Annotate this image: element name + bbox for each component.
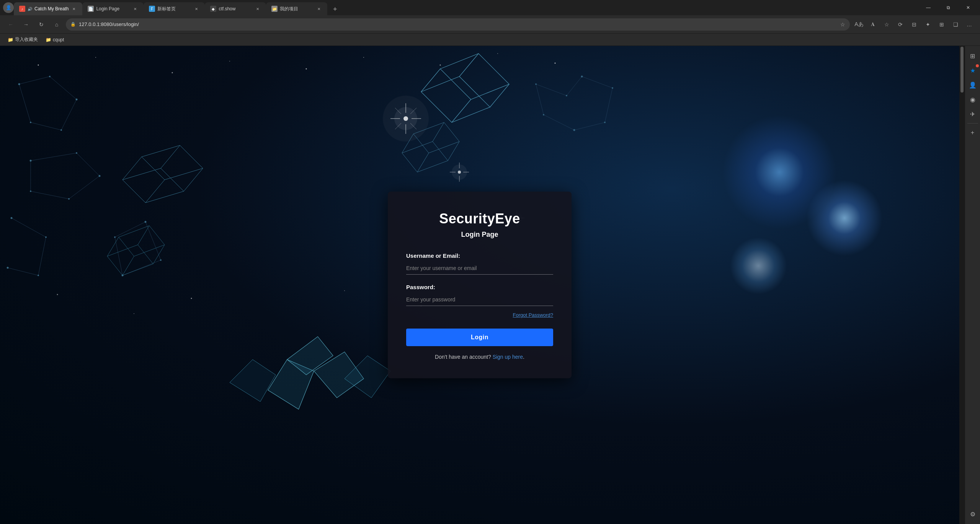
- app-title: SecurityEye: [406, 211, 553, 227]
- maximize-button[interactable]: ⧉: [939, 2, 957, 14]
- login-card: SecurityEye Login Page Username or Email…: [388, 192, 572, 378]
- tabs-container: ♪ 🔊 Catch My Breath ✕ 📄 Login Page ✕ F 新…: [14, 0, 920, 15]
- username-field-group: Username or Email:: [406, 252, 553, 275]
- scrollbar-thumb[interactable]: [960, 47, 964, 93]
- password-input[interactable]: [406, 293, 553, 306]
- favorites-badge: [976, 64, 979, 67]
- tab-close-2[interactable]: ✕: [132, 6, 138, 12]
- more-options-icon[interactable]: …: [963, 18, 975, 31]
- title-bar: 👤 ♪ 🔊 Catch My Breath ✕ 📄 Login Page ✕ F…: [0, 0, 980, 15]
- signup-period: .: [523, 354, 524, 360]
- bookmark-cqupt[interactable]: 📁 cqupt: [42, 36, 67, 44]
- star-icon[interactable]: ☆: [840, 21, 845, 28]
- reload-button[interactable]: ↻: [35, 18, 47, 31]
- add-sidebar-icon[interactable]: +: [966, 126, 980, 140]
- tab-close-1[interactable]: ✕: [71, 6, 77, 12]
- signup-link[interactable]: Sign up here: [493, 354, 523, 360]
- tab-catch-my-breath[interactable]: ♪ 🔊 Catch My Breath ✕: [14, 2, 82, 15]
- password-label: Password:: [406, 284, 553, 290]
- tab-ctf-show[interactable]: ◆ ctf.show ✕: [205, 2, 266, 15]
- tab-close-3[interactable]: ✕: [193, 6, 199, 12]
- bookmark-cqupt-label: cqupt: [53, 37, 64, 42]
- translate-icon[interactable]: Aあ: [853, 18, 865, 31]
- favorites-sidebar-icon[interactable]: ★: [966, 63, 980, 77]
- settings-sidebar-icon[interactable]: ⚙: [966, 507, 980, 521]
- collections-sidebar-icon[interactable]: ⊞: [966, 49, 980, 63]
- signup-text: Don't have an account? Sign up here.: [406, 354, 553, 360]
- teams-sidebar-icon[interactable]: ✈: [966, 107, 980, 121]
- collections-icon[interactable]: ⊞: [936, 18, 948, 31]
- browser-ai-icon[interactable]: ✦: [922, 18, 934, 31]
- profile-sidebar-icon[interactable]: 👤: [966, 78, 980, 92]
- lock-icon: 🔒: [70, 22, 76, 27]
- username-input[interactable]: [406, 262, 553, 275]
- bookmarks-bar: 📁 导入收藏夹 📁 cqupt: [0, 34, 980, 46]
- refresh-icon[interactable]: ⟳: [894, 18, 906, 31]
- tab-label-3: 新标签页: [157, 6, 191, 12]
- signup-static-text: Don't have an account?: [435, 354, 491, 360]
- tab-favicon-5: 📁: [271, 6, 278, 12]
- close-window-button[interactable]: ✕: [959, 2, 977, 14]
- home-button[interactable]: ⌂: [51, 18, 63, 31]
- tab-favicon-2: 📄: [88, 6, 94, 12]
- tab-label-5: 我的项目: [280, 6, 314, 12]
- folder-icon: 📁: [8, 37, 13, 42]
- tab-login-page[interactable]: 📄 Login Page ✕: [82, 2, 144, 15]
- split-view-icon[interactable]: ⊟: [908, 18, 920, 31]
- tab-label-1: Catch My Breath: [34, 6, 69, 11]
- sidebar-right: ⊞ ★ 👤 ◉ ✈ + ⚙: [965, 46, 980, 524]
- address-bar: ← → ↻ ⌂ 🔒 127.0.0.1:8080/users/login/ ☆ …: [0, 15, 980, 34]
- tab-favicon-1: ♪: [19, 6, 25, 12]
- address-text: 127.0.0.1:8080/users/login/: [79, 21, 837, 27]
- profile-avatar[interactable]: 👤: [3, 2, 14, 13]
- bookmark-import-label: 导入收藏夹: [15, 36, 38, 43]
- sidebar-divider: [967, 123, 978, 124]
- tab-close-4[interactable]: ✕: [255, 6, 261, 12]
- tab-favicon-3: F: [149, 6, 155, 12]
- username-label: Username or Email:: [406, 252, 553, 259]
- address-input-container[interactable]: 🔒 127.0.0.1:8080/users/login/ ☆: [66, 18, 850, 31]
- window-controls: — ⧉ ✕: [920, 2, 977, 14]
- folder-icon-2: 📁: [46, 37, 51, 42]
- back-button[interactable]: ←: [5, 18, 17, 31]
- toolbar-icons: Aあ 𝐀 ☆ ⟳ ⊟ ✦ ⊞ ❑ …: [853, 18, 975, 31]
- new-tab-button[interactable]: +: [329, 3, 341, 15]
- tab-label-2: Login Page: [96, 6, 130, 11]
- audio-icon: 🔊: [28, 7, 32, 11]
- tab-new-tab[interactable]: F 新标签页 ✕: [144, 2, 205, 15]
- tab-label-4: ctf.show: [219, 6, 252, 11]
- bookmark-import[interactable]: 📁 导入收藏夹: [5, 35, 41, 44]
- minimize-button[interactable]: —: [920, 2, 937, 14]
- tab-my-projects[interactable]: 📁 我的项目 ✕: [266, 2, 327, 15]
- sidebar-toggle-icon[interactable]: ❑: [949, 18, 962, 31]
- login-button[interactable]: Login: [406, 329, 553, 346]
- forgot-password-link[interactable]: Forgot Password?: [406, 312, 553, 318]
- tab-close-5[interactable]: ✕: [316, 6, 322, 12]
- password-field-group: Password:: [406, 284, 553, 306]
- page-subtitle: Login Page: [406, 231, 553, 239]
- read-aloud-icon[interactable]: 𝐀: [867, 18, 879, 31]
- content-area: SecurityEye Login Page Username or Email…: [0, 46, 959, 524]
- forward-button[interactable]: →: [20, 18, 32, 31]
- scrollbar[interactable]: [959, 46, 965, 524]
- browser-chrome: 👤 ♪ 🔊 Catch My Breath ✕ 📄 Login Page ✕ F…: [0, 0, 980, 46]
- outlook-sidebar-icon[interactable]: ◉: [966, 93, 980, 106]
- tab-favicon-4: ◆: [210, 6, 216, 12]
- favorites-icon[interactable]: ☆: [880, 18, 893, 31]
